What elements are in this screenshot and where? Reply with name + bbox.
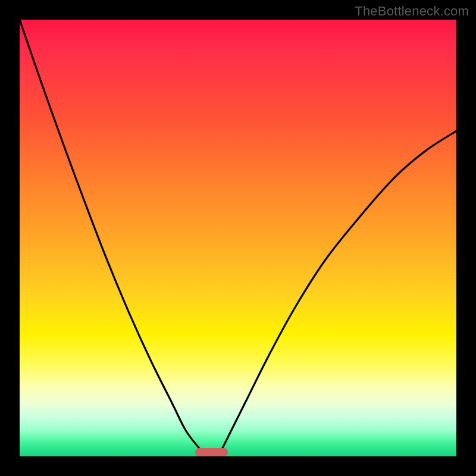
chart-frame: TheBottleneck.com — [0, 0, 476, 476]
watermark-text: TheBottleneck.com — [355, 4, 469, 19]
curve-layer — [20, 20, 456, 456]
bottleneck-marker — [195, 448, 228, 456]
curve-left — [20, 20, 206, 456]
curve-right — [218, 131, 456, 456]
plot-area — [20, 20, 456, 456]
